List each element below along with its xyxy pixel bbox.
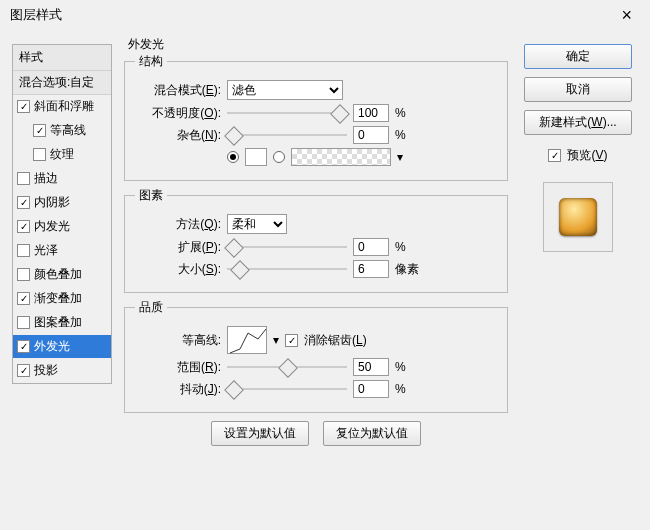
item-satin[interactable]: 光泽 (13, 239, 111, 263)
new-style-button[interactable]: 新建样式(W)... (524, 110, 632, 135)
chevron-down-icon[interactable]: ▾ (397, 150, 403, 164)
styles-sidebar: 样式 混合选项:自定 斜面和浮雕 等高线 纹理 描边 内阴影 内发光 光泽 颜色… (12, 44, 112, 384)
make-default-button[interactable]: 设置为默认值 (211, 421, 309, 446)
lbl-spread: 扩展(P): (135, 239, 221, 256)
item-texture[interactable]: 纹理 (13, 143, 111, 167)
item-outerglow[interactable]: 外发光 (13, 335, 111, 359)
lbl-opacity: 不透明度(O): (135, 105, 221, 122)
lbl-size: 大小(S): (135, 261, 221, 278)
styles-header: 样式 (13, 45, 111, 71)
checkbox-icon[interactable] (17, 196, 30, 209)
item-coloroverlay[interactable]: 颜色叠加 (13, 263, 111, 287)
checkbox-icon[interactable] (17, 316, 30, 329)
checkbox-icon[interactable] (33, 148, 46, 161)
item-patoverlay[interactable]: 图案叠加 (13, 311, 111, 335)
opacity-slider[interactable] (227, 106, 347, 120)
checkbox-icon[interactable] (17, 172, 30, 185)
lbl-range: 范围(R): (135, 359, 221, 376)
checkbox-icon[interactable] (33, 124, 46, 137)
size-slider[interactable] (227, 262, 347, 276)
item-contour[interactable]: 等高线 (13, 119, 111, 143)
color-radio[interactable] (227, 151, 239, 163)
item-stroke[interactable]: 描边 (13, 167, 111, 191)
preview-box (543, 182, 613, 252)
panel-title: 外发光 (124, 36, 168, 53)
blend-options[interactable]: 混合选项:自定 (13, 71, 111, 95)
item-gradoverlay[interactable]: 渐变叠加 (13, 287, 111, 311)
lbl-technique: 方法(Q): (135, 216, 221, 233)
spread-input[interactable] (353, 238, 389, 256)
cancel-button[interactable]: 取消 (524, 77, 632, 102)
checkbox-icon[interactable] (17, 340, 30, 353)
item-innerglow[interactable]: 内发光 (13, 215, 111, 239)
jitter-input[interactable] (353, 380, 389, 398)
checkbox-icon[interactable] (17, 220, 30, 233)
jitter-slider[interactable] (227, 382, 347, 396)
range-slider[interactable] (227, 360, 347, 374)
gradient-swatch[interactable] (291, 148, 391, 166)
chevron-down-icon[interactable]: ▾ (273, 333, 279, 347)
lbl-jitter: 抖动(J): (135, 381, 221, 398)
lbl-contour: 等高线: (135, 332, 221, 349)
checkbox-icon[interactable] (17, 292, 30, 305)
antialias-checkbox[interactable] (285, 334, 298, 347)
item-dropshadow[interactable]: 投影 (13, 359, 111, 383)
main-panel: 外发光 结构 混合模式(E): 滤色 不透明度(O): % 杂色(N): % ▾… (124, 36, 508, 446)
preview-checkbox[interactable] (548, 149, 561, 162)
lbl-preview: 预览(V) (567, 147, 607, 164)
opacity-input[interactable] (353, 104, 389, 122)
noise-input[interactable] (353, 126, 389, 144)
group-structure: 结构 (135, 53, 167, 70)
checkbox-icon[interactable] (17, 100, 30, 113)
close-icon[interactable]: × (615, 4, 638, 27)
lbl-noise: 杂色(N): (135, 127, 221, 144)
size-input[interactable] (353, 260, 389, 278)
gradient-radio[interactable] (273, 151, 285, 163)
dialog-title: 图层样式 (0, 0, 650, 30)
technique-select[interactable]: 柔和 (227, 214, 287, 234)
lbl-antialias: 消除锯齿(L) (304, 332, 367, 349)
checkbox-icon[interactable] (17, 364, 30, 377)
item-innershadow[interactable]: 内阴影 (13, 191, 111, 215)
spread-slider[interactable] (227, 240, 347, 254)
ok-button[interactable]: 确定 (524, 44, 632, 69)
blendmode-select[interactable]: 滤色 (227, 80, 343, 100)
checkbox-icon[interactable] (17, 268, 30, 281)
checkbox-icon[interactable] (17, 244, 30, 257)
lbl-blendmode: 混合模式(E): (135, 82, 221, 99)
contour-picker[interactable] (227, 326, 267, 354)
preview-thumbnail (559, 198, 597, 236)
group-quality: 品质 (135, 299, 167, 316)
range-input[interactable] (353, 358, 389, 376)
reset-default-button[interactable]: 复位为默认值 (323, 421, 421, 446)
group-elements: 图素 (135, 187, 167, 204)
item-bevel[interactable]: 斜面和浮雕 (13, 95, 111, 119)
right-panel: 确定 取消 新建样式(W)... 预览(V) (524, 44, 632, 252)
color-swatch[interactable] (245, 148, 267, 166)
noise-slider[interactable] (227, 128, 347, 142)
